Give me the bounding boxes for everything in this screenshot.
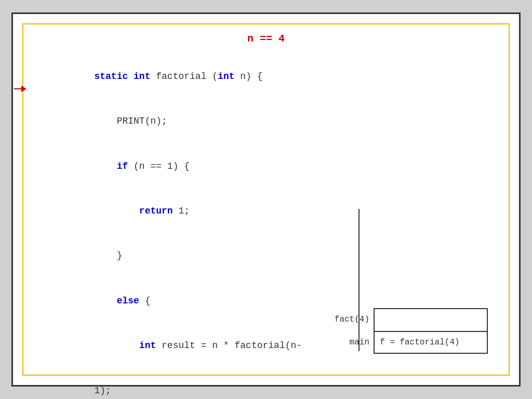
keyword-int-1: int bbox=[134, 71, 150, 82]
keyword-else: else bbox=[117, 296, 139, 306]
stack-box-main: f = factorial(4) bbox=[374, 331, 488, 354]
code-line-4: return 1; bbox=[49, 189, 493, 233]
code-indent-7 bbox=[94, 340, 139, 351]
code-text-2: PRINT(n); bbox=[94, 116, 167, 126]
code-line-5: } bbox=[49, 234, 493, 278]
code-indent-4 bbox=[94, 206, 139, 216]
code-line-1: static int factorial (int n) { bbox=[49, 54, 493, 99]
code-line-8: 1); bbox=[49, 368, 493, 399]
keyword-if: if bbox=[117, 161, 128, 171]
outer-container: n == 4 static int factorial (int n) { PR… bbox=[11, 12, 521, 387]
code-text-7: result = n * factorial(n- bbox=[156, 340, 302, 351]
code-indent-3 bbox=[94, 161, 116, 171]
code-text-3: (n == 1) { bbox=[128, 161, 190, 171]
stack-label-fact: fact(4) bbox=[332, 308, 374, 331]
code-line-2: PRINT(n); bbox=[49, 99, 493, 143]
call-stack: fact(4) main f = factorial(4) bbox=[332, 308, 488, 354]
code-text-6: { bbox=[139, 296, 151, 306]
code-line-3: if (n == 1) { bbox=[49, 144, 493, 189]
code-text-8: 1); bbox=[94, 385, 111, 396]
code-indent-6 bbox=[94, 296, 116, 306]
inner-container: n == 4 static int factorial (int n) { PR… bbox=[22, 23, 510, 376]
stack-box-fact bbox=[374, 308, 488, 331]
code-text-4: 1; bbox=[173, 206, 190, 216]
arrow-line bbox=[14, 88, 21, 89]
code-text-5: } bbox=[94, 250, 122, 261]
code-text-1b: n) { bbox=[234, 71, 262, 82]
stack-row-fact: fact(4) bbox=[332, 308, 488, 331]
keyword-int-2: int bbox=[139, 340, 156, 351]
stack-label-main: main bbox=[332, 331, 374, 354]
keyword-int-param: int bbox=[218, 71, 234, 82]
keyword-return-1: return bbox=[139, 206, 173, 216]
stack-row-main: main f = factorial(4) bbox=[332, 331, 488, 354]
condition-label: n == 4 bbox=[23, 24, 509, 49]
keyword-static: static bbox=[94, 71, 134, 82]
code-text-1: factorial ( bbox=[150, 71, 218, 82]
